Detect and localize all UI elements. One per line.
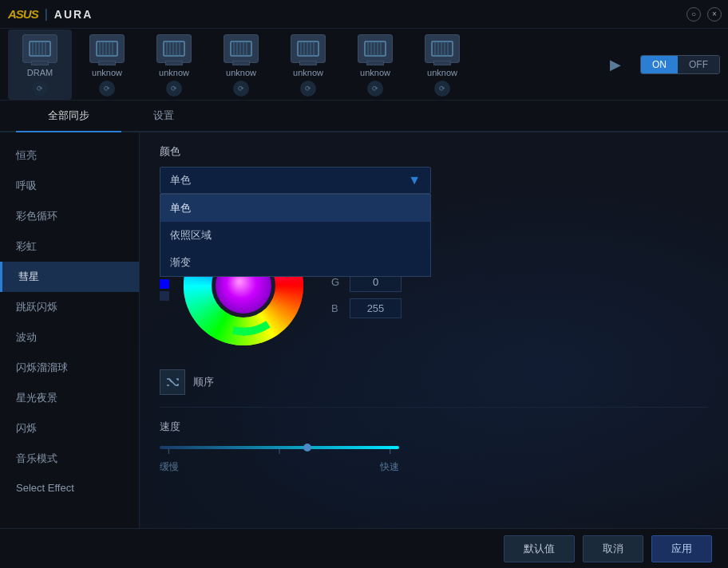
sidebar-item-comet[interactable]: 彗星 — [0, 262, 139, 292]
cancel-button[interactable]: 取消 — [583, 535, 643, 562]
asus-logo: ASUS — [8, 7, 38, 21]
sidebar-item-rainbow[interactable]: 彩虹 — [0, 231, 139, 262]
color-label: 颜色 — [160, 144, 708, 159]
speed-label: 速度 — [160, 420, 708, 434]
unk6-svg — [430, 40, 454, 57]
color-dropdown-wrap: 单色 ▼ 单色 依照区域 渐变 — [160, 167, 708, 194]
device-unk3-sync: ⟳ — [233, 81, 249, 97]
b-input[interactable] — [350, 298, 402, 318]
device-unk2[interactable]: unknow ⟳ — [142, 30, 206, 100]
device-unk1-icon-wrap — [88, 33, 126, 65]
device-dram-label: DRAM — [27, 68, 53, 77]
dropdown-arrow-icon: ▼ — [408, 173, 421, 187]
sidebar-item-steady[interactable]: 恒亮 — [0, 140, 139, 171]
device-unk5-label: unknow — [360, 68, 390, 77]
color-dropdown-value: 单色 — [170, 173, 191, 187]
sidebar-item-yoyo[interactable]: 闪烁溜溜球 — [0, 353, 139, 383]
default-button[interactable]: 默认值 — [504, 535, 575, 562]
device-unk3-icon — [224, 34, 259, 63]
sidebar-item-blink[interactable]: 闪烁 — [0, 413, 139, 444]
sidebar-item-flash[interactable]: 跳跃闪烁 — [0, 292, 139, 322]
unk5-svg — [363, 40, 387, 57]
sidebar-item-select[interactable]: Select Effect — [0, 474, 139, 502]
color-dropdown-menu: 单色 依照区域 渐变 — [160, 194, 431, 277]
sidebar-item-wave[interactable]: 波动 — [0, 322, 139, 353]
device-unk6[interactable]: unknow ⟳ — [410, 30, 474, 100]
device-bar: DRAM ⟳ unknow ⟳ — [0, 29, 728, 101]
speed-slow-label: 缓慢 — [160, 460, 179, 474]
toggle-on-button[interactable]: ON — [641, 56, 678, 73]
device-dram-sync: ⟳ — [32, 81, 48, 97]
sidebar-item-breathe[interactable]: 呼吸 — [0, 171, 139, 201]
device-unk5-sync: ⟳ — [367, 81, 383, 97]
content-area: 恒亮 呼吸 彩色循环 彩虹 彗星 跳跃闪烁 波动 闪烁溜溜球 星光夜景 闪烁 音… — [0, 132, 728, 528]
color-section-header: 颜色 单色 ▼ 单色 依照区域 渐变 — [160, 144, 708, 194]
unk4-svg — [296, 40, 320, 57]
sidebar-item-colorloop[interactable]: 彩色循环 — [0, 201, 139, 231]
device-dram[interactable]: DRAM ⟳ — [8, 30, 72, 100]
close-button[interactable]: × — [707, 7, 722, 22]
dropdown-item-region[interactable]: 依照区域 — [160, 222, 430, 249]
device-unk3-icon-wrap — [222, 33, 260, 65]
tab-sync[interactable]: 全部同步 — [16, 101, 121, 132]
sidebar: 恒亮 呼吸 彩色循环 彩虹 彗星 跳跃闪烁 波动 闪烁溜溜球 星光夜景 闪烁 音… — [0, 132, 140, 528]
g-label: G — [331, 276, 343, 288]
device-unk2-label: unknow — [159, 68, 189, 77]
speed-slider-wrap: | | | 缓慢 快速 — [160, 442, 708, 478]
toggle-off-button[interactable]: OFF — [678, 56, 719, 73]
sidebar-item-music[interactable]: 音乐模式 — [0, 444, 139, 474]
device-unk4-icon-wrap — [289, 33, 327, 65]
shuffle-row: 顺序 — [160, 369, 708, 395]
dropdown-item-gradient[interactable]: 渐变 — [160, 249, 430, 276]
restore-button[interactable]: ○ — [686, 7, 701, 22]
device-unk5-icon — [358, 34, 393, 63]
speed-track[interactable] — [160, 446, 399, 449]
device-unk2-sync: ⟳ — [166, 81, 182, 97]
device-unk1-sync: ⟳ — [99, 81, 115, 97]
speed-thumb[interactable] — [303, 444, 311, 452]
device-unk4-icon — [291, 34, 326, 63]
speed-fast-label: 快速 — [380, 460, 399, 474]
unk2-svg — [162, 40, 186, 57]
device-unk2-icon-wrap — [155, 33, 193, 65]
main-tabs: 全部同步 设置 — [0, 101, 728, 132]
speed-labels: 缓慢 快速 — [160, 460, 399, 474]
dram-svg — [28, 40, 52, 57]
device-unk4[interactable]: unknow ⟳ — [276, 30, 340, 100]
device-dram-icon-wrap — [21, 33, 59, 65]
speed-section: 速度 | | | 缓慢 快速 — [160, 420, 708, 478]
shuffle-button[interactable] — [160, 369, 185, 395]
bottom-bar: 默认值 取消 应用 — [0, 528, 728, 568]
title-bar: ASUS | AURA ○ × — [0, 0, 728, 29]
shuffle-icon — [165, 375, 180, 389]
device-unk2-icon — [156, 34, 192, 63]
color-dropdown[interactable]: 单色 ▼ — [160, 167, 431, 194]
power-toggle: ON OFF — [640, 55, 720, 74]
device-unk6-sync: ⟳ — [434, 81, 450, 97]
shuffle-label: 顺序 — [193, 375, 214, 389]
apply-button[interactable]: 应用 — [651, 535, 712, 562]
right-panel: 颜色 单色 ▼ 单色 依照区域 渐变 — [140, 132, 728, 528]
app-title: AURA — [54, 8, 93, 21]
tab-settings[interactable]: 设置 — [121, 101, 206, 132]
b-label: B — [331, 302, 343, 314]
divider — [160, 407, 708, 408]
device-unk6-icon-wrap — [423, 33, 461, 65]
color-swatches — [160, 279, 169, 301]
swatch-dark[interactable] — [160, 291, 169, 301]
device-unk6-label: unknow — [427, 68, 457, 77]
dropdown-item-solid[interactable]: 单色 — [160, 195, 430, 222]
device-bar-next-arrow[interactable]: ▶ — [610, 56, 621, 73]
device-unk6-icon — [425, 34, 460, 63]
device-unk1-icon — [89, 34, 125, 63]
title-divider: | — [45, 7, 48, 22]
device-unk4-sync: ⟳ — [300, 81, 316, 97]
device-unk3[interactable]: unknow ⟳ — [209, 30, 273, 100]
device-unk4-label: unknow — [293, 68, 323, 77]
device-unk1[interactable]: unknow ⟳ — [75, 30, 139, 100]
sidebar-item-starry[interactable]: 星光夜景 — [0, 383, 139, 413]
device-unk5[interactable]: unknow ⟳ — [343, 30, 407, 100]
unk3-svg — [229, 40, 253, 57]
unk1-svg — [95, 40, 119, 57]
swatch-blue[interactable] — [160, 279, 169, 289]
